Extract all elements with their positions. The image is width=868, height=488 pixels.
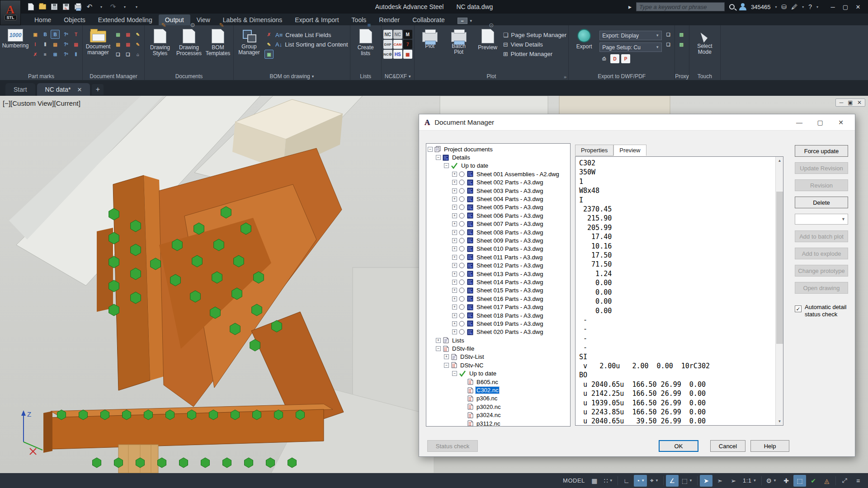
document-tree[interactable]: −Project documents−Details−Up to date+Sh…: [426, 143, 571, 427]
folder-edit-icon[interactable]: ✎: [133, 40, 142, 49]
plate-mark-icon[interactable]: ▤: [51, 40, 60, 49]
beam-blue-icon[interactable]: Ⅱ: [71, 50, 80, 59]
tree-item[interactable]: +DStv-List: [428, 353, 570, 361]
ribbon-tab-extended-modeling[interactable]: Extended Modeling: [92, 14, 159, 25]
tree-item[interactable]: p3024.nc: [428, 411, 570, 419]
view-details-button[interactable]: ⊟View Details: [503, 41, 567, 48]
expand-icon[interactable]: +: [452, 246, 457, 251]
polar-tracking-icon[interactable]: ◔▼: [634, 475, 647, 487]
tekla-7-icon[interactable]: 7: [403, 40, 412, 49]
export-settings-icon[interactable]: ❏: [664, 30, 673, 39]
tree-item[interactable]: −Project documents: [428, 145, 570, 153]
tree-item[interactable]: −DStv-file: [428, 344, 570, 352]
tree-item[interactable]: +Sheet 005 Parts - A3.dwg: [428, 203, 570, 211]
expand-icon[interactable]: +: [436, 338, 441, 343]
expand-icon[interactable]: +: [452, 280, 457, 285]
tree-item[interactable]: +Sheet 018 Parts - A3.dwg: [428, 311, 570, 319]
tree-item[interactable]: B605.nc: [428, 378, 570, 386]
b1000-mark-icon[interactable]: B: [41, 30, 50, 39]
ok-button[interactable]: OK: [659, 440, 698, 452]
ortho-mode-icon[interactable]: ∟: [620, 475, 633, 487]
undo-dropdown-icon[interactable]: ▾: [97, 2, 106, 11]
copy-drawings-icon[interactable]: ❏: [113, 50, 123, 59]
tree-item[interactable]: +Sheet 009 Parts - A3.dwg: [428, 236, 570, 244]
export-add-icon[interactable]: ❏: [664, 40, 673, 49]
revision-select[interactable]: ▼: [795, 214, 848, 225]
autodesk-app-icon[interactable]: 🖉: [791, 3, 797, 10]
tab-close-icon[interactable]: ✕: [77, 86, 82, 93]
tree-item[interactable]: +Lists: [428, 336, 570, 344]
undo-icon[interactable]: ↶: [85, 2, 94, 11]
drawing-styles-button[interactable]: ✎DrawingStyles: [146, 27, 174, 56]
qat-customize-icon[interactable]: ▾: [132, 2, 141, 11]
force-update-button[interactable]: Force update: [795, 145, 848, 157]
tree-item[interactable]: −Details: [428, 153, 570, 161]
search-input[interactable]: [636, 2, 725, 11]
dxf-icon[interactable]: DXF: [383, 40, 392, 49]
expand-icon[interactable]: +: [444, 354, 449, 359]
page-setup-manager-button[interactable]: ❏Page Setup Manager: [503, 32, 567, 38]
expand-icon[interactable]: +: [452, 230, 457, 235]
app-logo[interactable]: A STL: [0, 0, 21, 25]
nc-settings-icon[interactable]: NC⚙: [383, 50, 392, 59]
tab-preview[interactable]: Preview: [613, 145, 646, 156]
delete-numbers-icon[interactable]: ✗: [31, 50, 40, 59]
single-number-icon[interactable]: I: [31, 40, 40, 49]
scroll-up-icon[interactable]: ▲: [776, 157, 783, 164]
scrollbar-thumb[interactable]: [776, 192, 783, 344]
customization-menu-icon[interactable]: ≡: [852, 475, 864, 487]
settings-gear-icon[interactable]: ⚙▼: [764, 475, 779, 487]
expand-icon[interactable]: +: [452, 180, 457, 185]
ribbon-tab-objects[interactable]: Objects: [57, 14, 91, 25]
new-file-icon[interactable]: [26, 2, 35, 11]
tab-start[interactable]: Start: [5, 83, 35, 96]
machine-m-icon[interactable]: M: [403, 30, 412, 39]
save-as-icon[interactable]: [61, 2, 71, 11]
expand-icon[interactable]: +: [452, 313, 457, 318]
beam-sections-icon[interactable]: Ⅱ: [41, 40, 50, 49]
prefix-mark-icon[interactable]: ▣: [31, 30, 40, 39]
expand-icon[interactable]: +: [452, 255, 457, 260]
create-list-fields-button[interactable]: A≡Create List Fields: [275, 32, 348, 38]
user-dropdown-icon[interactable]: ▾: [775, 5, 777, 9]
export-printer-icon[interactable]: ⎙: [599, 54, 609, 63]
dialog-minimize-button[interactable]: —: [789, 114, 810, 131]
selection-preview-icon[interactable]: ➢: [727, 475, 740, 487]
export-button[interactable]: Export: [571, 27, 598, 50]
select-mode-button[interactable]: SelectMode: [691, 27, 718, 55]
numbers-grid-icon[interactable]: ⊞: [51, 50, 60, 59]
pdf-icon[interactable]: P: [621, 54, 630, 63]
unknown-mark-1-icon[interactable]: ?³: [61, 30, 71, 39]
preview-button[interactable]: ⊙Preview: [474, 27, 501, 51]
vp-restore-icon[interactable]: ▣: [846, 99, 854, 106]
cancel-button[interactable]: Cancel: [710, 440, 745, 452]
plot-button[interactable]: Plot: [416, 27, 443, 49]
proxy-graphics-icon[interactable]: ▧: [677, 30, 686, 39]
dialog-maximize-button[interactable]: ▢: [810, 114, 830, 131]
fullscreen-icon[interactable]: ⤢: [838, 475, 851, 487]
tree-item[interactable]: +Sheet 006 Parts - A3.dwg: [428, 211, 570, 220]
tree-item[interactable]: +Sheet 010 Parts - A3.dwg: [428, 245, 570, 253]
cam-export-icon[interactable]: CAM: [393, 40, 402, 49]
nc-icon[interactable]: NC: [383, 30, 392, 39]
tree-item[interactable]: +Sheet 014 Parts - A3.dwg: [428, 278, 570, 286]
drawing-processes-button[interactable]: ⚙DrawingProcesses: [175, 27, 203, 56]
tree-item[interactable]: +Sheet 019 Parts - A3.dwg: [428, 319, 570, 328]
expand-icon[interactable]: +: [452, 296, 457, 301]
plate-red-icon[interactable]: ▤: [71, 40, 80, 49]
isolate-objects-icon[interactable]: ⬚: [793, 475, 806, 487]
expand-icon[interactable]: +: [452, 263, 457, 268]
ribbon-tab-labels-dimensions[interactable]: Labels & Dimensions: [217, 14, 289, 25]
tree-item[interactable]: +Sheet 003 Parts - A3.dwg: [428, 187, 570, 195]
close-button[interactable]: ✕: [852, 1, 864, 12]
redo-icon[interactable]: ↷: [108, 2, 118, 11]
snap-mode-icon[interactable]: ∷▼: [602, 475, 615, 487]
tab-nc-data[interactable]: NC data*✕: [37, 83, 90, 96]
bom-templates-button[interactable]: ✎BOMTemplates: [204, 27, 231, 56]
drawings-gear-icon[interactable]: ❏: [123, 50, 132, 59]
tree-item[interactable]: +Sheet 004 Parts - A3.dwg: [428, 195, 570, 203]
expand-icon[interactable]: +: [452, 305, 457, 310]
tree-item[interactable]: p3020.nc: [428, 403, 570, 411]
selection-cycling-icon[interactable]: ⬚▼: [679, 475, 695, 487]
update-drawing-icon[interactable]: ▤: [123, 30, 132, 39]
